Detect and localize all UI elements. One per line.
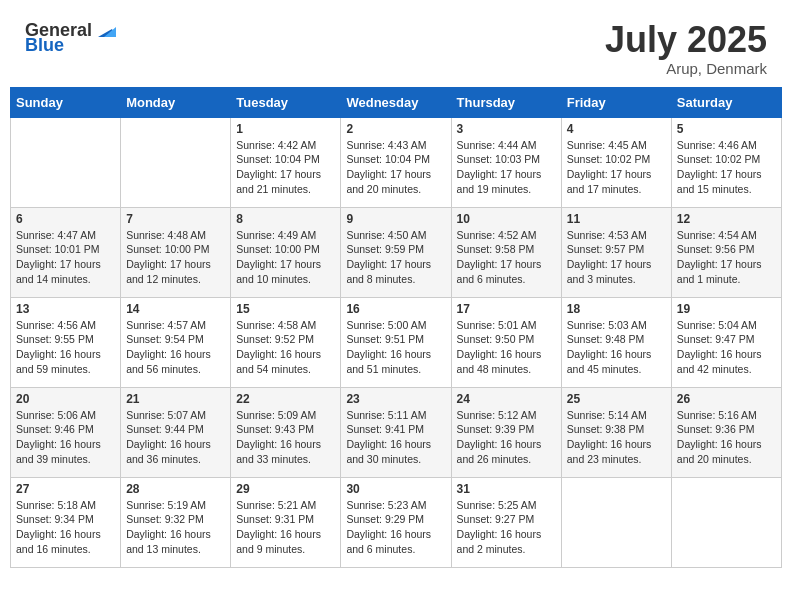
day-number: 1 (236, 122, 335, 136)
weekday-header-sunday: Sunday (11, 87, 121, 117)
day-number: 13 (16, 302, 115, 316)
day-number: 6 (16, 212, 115, 226)
calendar-cell: 29Sunrise: 5:21 AM Sunset: 9:31 PM Dayli… (231, 477, 341, 567)
day-number: 16 (346, 302, 445, 316)
weekday-header-tuesday: Tuesday (231, 87, 341, 117)
day-number: 8 (236, 212, 335, 226)
day-number: 18 (567, 302, 666, 316)
calendar-cell: 25Sunrise: 5:14 AM Sunset: 9:38 PM Dayli… (561, 387, 671, 477)
calendar-cell: 2Sunrise: 4:43 AM Sunset: 10:04 PM Dayli… (341, 117, 451, 207)
day-number: 21 (126, 392, 225, 406)
day-info: Sunrise: 4:53 AM Sunset: 9:57 PM Dayligh… (567, 228, 666, 287)
day-info: Sunrise: 4:46 AM Sunset: 10:02 PM Daylig… (677, 138, 776, 197)
page-header: General Blue July 2025 Arup, Denmark (10, 10, 782, 82)
day-info: Sunrise: 5:00 AM Sunset: 9:51 PM Dayligh… (346, 318, 445, 377)
calendar-cell: 6Sunrise: 4:47 AM Sunset: 10:01 PM Dayli… (11, 207, 121, 297)
day-info: Sunrise: 4:57 AM Sunset: 9:54 PM Dayligh… (126, 318, 225, 377)
location-subtitle: Arup, Denmark (605, 60, 767, 77)
calendar-cell: 15Sunrise: 4:58 AM Sunset: 9:52 PM Dayli… (231, 297, 341, 387)
day-number: 27 (16, 482, 115, 496)
day-number: 4 (567, 122, 666, 136)
day-info: Sunrise: 5:23 AM Sunset: 9:29 PM Dayligh… (346, 498, 445, 557)
day-info: Sunrise: 5:11 AM Sunset: 9:41 PM Dayligh… (346, 408, 445, 467)
day-info: Sunrise: 5:16 AM Sunset: 9:36 PM Dayligh… (677, 408, 776, 467)
day-number: 15 (236, 302, 335, 316)
day-info: Sunrise: 5:21 AM Sunset: 9:31 PM Dayligh… (236, 498, 335, 557)
day-number: 2 (346, 122, 445, 136)
weekday-header-thursday: Thursday (451, 87, 561, 117)
day-number: 5 (677, 122, 776, 136)
calendar-cell: 16Sunrise: 5:00 AM Sunset: 9:51 PM Dayli… (341, 297, 451, 387)
calendar-cell: 24Sunrise: 5:12 AM Sunset: 9:39 PM Dayli… (451, 387, 561, 477)
calendar-cell: 31Sunrise: 5:25 AM Sunset: 9:27 PM Dayli… (451, 477, 561, 567)
day-number: 23 (346, 392, 445, 406)
calendar-cell: 14Sunrise: 4:57 AM Sunset: 9:54 PM Dayli… (121, 297, 231, 387)
month-year-title: July 2025 (605, 20, 767, 60)
weekday-header-friday: Friday (561, 87, 671, 117)
day-number: 31 (457, 482, 556, 496)
calendar-cell: 12Sunrise: 4:54 AM Sunset: 9:56 PM Dayli… (671, 207, 781, 297)
calendar-cell: 13Sunrise: 4:56 AM Sunset: 9:55 PM Dayli… (11, 297, 121, 387)
day-info: Sunrise: 4:45 AM Sunset: 10:02 PM Daylig… (567, 138, 666, 197)
calendar-cell: 1Sunrise: 4:42 AM Sunset: 10:04 PM Dayli… (231, 117, 341, 207)
weekday-header-row: SundayMondayTuesdayWednesdayThursdayFrid… (11, 87, 782, 117)
day-number: 26 (677, 392, 776, 406)
calendar-cell (671, 477, 781, 567)
calendar-cell: 22Sunrise: 5:09 AM Sunset: 9:43 PM Dayli… (231, 387, 341, 477)
day-info: Sunrise: 4:49 AM Sunset: 10:00 PM Daylig… (236, 228, 335, 287)
calendar-cell: 18Sunrise: 5:03 AM Sunset: 9:48 PM Dayli… (561, 297, 671, 387)
day-info: Sunrise: 4:44 AM Sunset: 10:03 PM Daylig… (457, 138, 556, 197)
calendar-cell: 19Sunrise: 5:04 AM Sunset: 9:47 PM Dayli… (671, 297, 781, 387)
day-number: 7 (126, 212, 225, 226)
day-number: 9 (346, 212, 445, 226)
calendar-week-row: 13Sunrise: 4:56 AM Sunset: 9:55 PM Dayli… (11, 297, 782, 387)
day-info: Sunrise: 4:54 AM Sunset: 9:56 PM Dayligh… (677, 228, 776, 287)
calendar-cell: 23Sunrise: 5:11 AM Sunset: 9:41 PM Dayli… (341, 387, 451, 477)
calendar-table: SundayMondayTuesdayWednesdayThursdayFrid… (10, 87, 782, 568)
calendar-week-row: 1Sunrise: 4:42 AM Sunset: 10:04 PM Dayli… (11, 117, 782, 207)
day-number: 20 (16, 392, 115, 406)
day-info: Sunrise: 4:43 AM Sunset: 10:04 PM Daylig… (346, 138, 445, 197)
calendar-cell: 30Sunrise: 5:23 AM Sunset: 9:29 PM Dayli… (341, 477, 451, 567)
day-info: Sunrise: 5:18 AM Sunset: 9:34 PM Dayligh… (16, 498, 115, 557)
calendar-week-row: 6Sunrise: 4:47 AM Sunset: 10:01 PM Dayli… (11, 207, 782, 297)
day-info: Sunrise: 4:42 AM Sunset: 10:04 PM Daylig… (236, 138, 335, 197)
day-info: Sunrise: 4:47 AM Sunset: 10:01 PM Daylig… (16, 228, 115, 287)
calendar-cell: 9Sunrise: 4:50 AM Sunset: 9:59 PM Daylig… (341, 207, 451, 297)
day-number: 11 (567, 212, 666, 226)
day-number: 3 (457, 122, 556, 136)
weekday-header-wednesday: Wednesday (341, 87, 451, 117)
day-info: Sunrise: 5:01 AM Sunset: 9:50 PM Dayligh… (457, 318, 556, 377)
day-info: Sunrise: 5:25 AM Sunset: 9:27 PM Dayligh… (457, 498, 556, 557)
day-info: Sunrise: 4:50 AM Sunset: 9:59 PM Dayligh… (346, 228, 445, 287)
logo-blue-text: Blue (25, 35, 64, 56)
calendar-cell: 27Sunrise: 5:18 AM Sunset: 9:34 PM Dayli… (11, 477, 121, 567)
day-number: 25 (567, 392, 666, 406)
weekday-header-monday: Monday (121, 87, 231, 117)
day-number: 19 (677, 302, 776, 316)
calendar-cell: 3Sunrise: 4:44 AM Sunset: 10:03 PM Dayli… (451, 117, 561, 207)
calendar-week-row: 27Sunrise: 5:18 AM Sunset: 9:34 PM Dayli… (11, 477, 782, 567)
weekday-header-saturday: Saturday (671, 87, 781, 117)
calendar-cell: 4Sunrise: 4:45 AM Sunset: 10:02 PM Dayli… (561, 117, 671, 207)
calendar-cell (11, 117, 121, 207)
day-info: Sunrise: 4:58 AM Sunset: 9:52 PM Dayligh… (236, 318, 335, 377)
day-info: Sunrise: 4:52 AM Sunset: 9:58 PM Dayligh… (457, 228, 556, 287)
day-info: Sunrise: 5:12 AM Sunset: 9:39 PM Dayligh… (457, 408, 556, 467)
day-number: 17 (457, 302, 556, 316)
calendar-week-row: 20Sunrise: 5:06 AM Sunset: 9:46 PM Dayli… (11, 387, 782, 477)
calendar-cell: 17Sunrise: 5:01 AM Sunset: 9:50 PM Dayli… (451, 297, 561, 387)
day-number: 12 (677, 212, 776, 226)
day-info: Sunrise: 5:09 AM Sunset: 9:43 PM Dayligh… (236, 408, 335, 467)
logo: General Blue (25, 20, 116, 56)
day-info: Sunrise: 5:14 AM Sunset: 9:38 PM Dayligh… (567, 408, 666, 467)
calendar-cell: 10Sunrise: 4:52 AM Sunset: 9:58 PM Dayli… (451, 207, 561, 297)
day-info: Sunrise: 4:56 AM Sunset: 9:55 PM Dayligh… (16, 318, 115, 377)
day-info: Sunrise: 5:04 AM Sunset: 9:47 PM Dayligh… (677, 318, 776, 377)
logo-icon (94, 19, 116, 41)
calendar-cell: 21Sunrise: 5:07 AM Sunset: 9:44 PM Dayli… (121, 387, 231, 477)
day-number: 24 (457, 392, 556, 406)
calendar-cell: 26Sunrise: 5:16 AM Sunset: 9:36 PM Dayli… (671, 387, 781, 477)
calendar-cell: 11Sunrise: 4:53 AM Sunset: 9:57 PM Dayli… (561, 207, 671, 297)
day-number: 22 (236, 392, 335, 406)
